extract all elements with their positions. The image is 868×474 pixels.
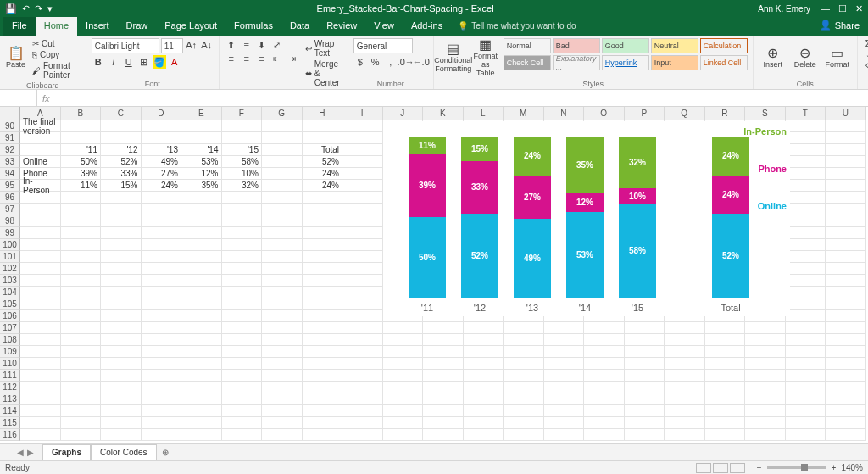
cell[interactable] xyxy=(20,275,61,287)
cell[interactable] xyxy=(745,346,786,358)
cell[interactable] xyxy=(826,405,866,417)
percent-icon[interactable]: % xyxy=(369,55,382,69)
cell[interactable] xyxy=(20,263,61,275)
cell[interactable] xyxy=(705,334,746,346)
cell[interactable] xyxy=(423,346,464,358)
cell[interactable] xyxy=(262,370,303,382)
cell[interactable]: '11 xyxy=(61,144,102,156)
cell[interactable] xyxy=(665,405,705,417)
cell[interactable] xyxy=(142,287,182,298)
bar-segment-inperson[interactable]: 15% xyxy=(461,137,498,161)
row-header[interactable]: 93 xyxy=(0,156,20,168)
cell[interactable] xyxy=(786,215,826,227)
bar-segment-online[interactable]: 58% xyxy=(619,204,656,298)
cell[interactable] xyxy=(262,215,303,227)
cell[interactable] xyxy=(262,405,303,417)
cell[interactable] xyxy=(464,382,504,393)
cell[interactable] xyxy=(20,405,61,417)
cell[interactable] xyxy=(20,358,61,370)
cell[interactable] xyxy=(262,251,303,263)
cell[interactable]: 50% xyxy=(61,156,102,168)
cell[interactable] xyxy=(101,215,142,227)
increase-decimal-icon[interactable]: .0→ xyxy=(399,55,413,69)
cell[interactable] xyxy=(665,429,705,441)
align-bottom-icon[interactable]: ⬇ xyxy=(255,38,269,52)
cell[interactable] xyxy=(786,192,826,204)
cell[interactable] xyxy=(786,393,826,405)
cell[interactable] xyxy=(262,298,303,310)
cell[interactable] xyxy=(745,429,786,441)
cell[interactable] xyxy=(544,370,585,382)
font-size-select[interactable]: 11 xyxy=(161,38,183,53)
cell[interactable] xyxy=(745,370,786,382)
cell[interactable] xyxy=(342,120,383,132)
cell[interactable] xyxy=(342,287,383,298)
style-input[interactable]: Input xyxy=(651,55,698,70)
cell[interactable] xyxy=(544,322,585,334)
cell[interactable] xyxy=(61,227,102,239)
cell[interactable] xyxy=(222,215,263,227)
cell[interactable] xyxy=(383,334,424,346)
cell[interactable] xyxy=(342,263,383,275)
cell[interactable] xyxy=(101,251,142,263)
cell[interactable]: 24% xyxy=(303,180,343,192)
cell[interactable] xyxy=(181,405,222,417)
cell[interactable] xyxy=(665,346,705,358)
cell[interactable] xyxy=(101,275,142,287)
zoom-out-button[interactable]: − xyxy=(757,463,762,472)
cell[interactable] xyxy=(101,334,142,346)
cell[interactable] xyxy=(464,358,504,370)
cell[interactable] xyxy=(181,263,222,275)
increase-font-icon[interactable]: A↑ xyxy=(185,38,198,52)
cell[interactable] xyxy=(142,370,182,382)
cell[interactable] xyxy=(504,322,544,334)
style-linked-cell[interactable]: Linked Cell xyxy=(700,55,748,70)
cell[interactable] xyxy=(342,192,383,204)
cell[interactable]: 15% xyxy=(101,180,142,192)
bar-segment-inperson[interactable]: 35% xyxy=(566,137,604,193)
cell[interactable] xyxy=(423,358,464,370)
cell[interactable] xyxy=(61,215,102,227)
cell[interactable] xyxy=(303,370,343,382)
row-header[interactable]: 100 xyxy=(0,239,20,251)
align-middle-icon[interactable]: ≡ xyxy=(240,38,253,52)
cell[interactable] xyxy=(786,298,826,310)
cell[interactable] xyxy=(262,334,303,346)
row-header[interactable]: 102 xyxy=(0,263,20,275)
cell[interactable] xyxy=(705,429,746,441)
cell[interactable] xyxy=(181,275,222,287)
cell[interactable] xyxy=(625,405,665,417)
cell[interactable] xyxy=(544,429,585,441)
cell[interactable] xyxy=(20,334,61,346)
cell[interactable] xyxy=(745,322,786,334)
bar-column[interactable]: 35%12%53%'14 xyxy=(566,121,604,298)
row-header[interactable]: 109 xyxy=(0,346,20,358)
cell[interactable] xyxy=(61,239,102,251)
cell[interactable] xyxy=(342,358,383,370)
cell[interactable] xyxy=(504,405,544,417)
sheet-tab-colorcodes[interactable]: Color Codes xyxy=(91,444,157,460)
cell[interactable] xyxy=(262,358,303,370)
cell[interactable]: 27% xyxy=(142,168,182,180)
cell[interactable]: '14 xyxy=(181,144,222,156)
cell[interactable] xyxy=(181,334,222,346)
cell[interactable] xyxy=(584,334,625,346)
cell[interactable] xyxy=(222,263,263,275)
cell[interactable] xyxy=(142,204,182,215)
cell[interactable] xyxy=(101,239,142,251)
row-header[interactable]: 98 xyxy=(0,215,20,227)
cell[interactable] xyxy=(826,429,866,441)
cell[interactable] xyxy=(383,393,424,405)
comma-icon[interactable]: , xyxy=(384,55,398,69)
cell[interactable] xyxy=(504,334,544,346)
save-icon[interactable]: 💾 xyxy=(5,3,17,14)
cell[interactable] xyxy=(20,310,61,322)
cell[interactable] xyxy=(786,239,826,251)
cell[interactable] xyxy=(20,287,61,298)
cell[interactable] xyxy=(101,405,142,417)
cell[interactable] xyxy=(142,322,182,334)
cell[interactable] xyxy=(665,382,705,393)
tab-nav-next-icon[interactable]: ▶ xyxy=(27,448,34,457)
cell[interactable] xyxy=(786,180,826,192)
cell[interactable] xyxy=(665,358,705,370)
